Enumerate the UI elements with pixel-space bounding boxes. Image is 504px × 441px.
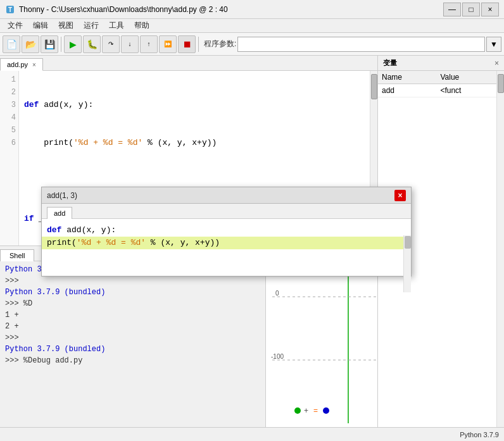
variables-table: Name Value add <funct [378, 71, 496, 97]
col-name: Name [378, 71, 436, 84]
step-out-button[interactable]: ↑ [140, 35, 158, 53]
editor-tab-addpy[interactable]: add.py × [0, 58, 43, 71]
svg-text:T: T [8, 6, 12, 13]
shell-line-2: >>> [5, 275, 260, 287]
tab-label: add.py [7, 61, 28, 68]
step-into-button[interactable]: ↓ [121, 35, 139, 53]
code-line-2: print('%d + %d = %d' % (x, y, x+y)) [24, 137, 365, 149]
code-line-3 [24, 175, 365, 187]
scrollbar-thumb[interactable] [371, 74, 377, 99]
svg-text:+: + [304, 406, 308, 415]
vars-close-icon[interactable]: × [495, 59, 499, 68]
close-button[interactable]: × [481, 3, 499, 16]
tab-close-icon[interactable]: × [32, 61, 36, 68]
modal-scrollbar[interactable] [403, 235, 411, 292]
vars-scrollbar[interactable] [496, 71, 504, 428]
step-over-button[interactable]: ↷ [102, 35, 120, 53]
window-title: Thonny - C:\Users\cxhuan\Downloads\thonn… [19, 5, 228, 14]
code-line-1: def add(x, y): [24, 99, 365, 111]
shell-line-4: >>> %D [5, 298, 260, 309]
vars-title: 变量 [383, 58, 397, 68]
stop-button[interactable]: ⏹ [178, 35, 196, 53]
maximize-button[interactable]: □ [462, 3, 480, 16]
line-numbers: 1 2 3 4 5 6 [0, 71, 19, 245]
python-version: Python 3.7.9 [460, 431, 499, 438]
statusbar: Python 3.7.9 [0, 427, 504, 441]
shell-line-7: >>> [5, 332, 260, 344]
shell-tab[interactable]: Shell [0, 249, 34, 261]
resume-button[interactable]: ⏩ [159, 35, 177, 53]
svg-text:-100: -100 [271, 353, 284, 360]
modal-code-line1: def add(x, y): [47, 224, 398, 237]
save-button[interactable]: 💾 [41, 35, 58, 53]
editor-tab-bar: add.py × [0, 56, 377, 71]
new-button[interactable]: 📄 [3, 35, 20, 53]
debug-button[interactable]: 🐛 [83, 35, 101, 53]
menu-file[interactable]: 文件 [3, 19, 28, 32]
var-name-add: add [378, 84, 436, 97]
modal-tab-bar: add [42, 204, 411, 219]
modal-code-area: def add(x, y): print('%d + %d = %d' % (x… [42, 219, 403, 276]
shell-content[interactable]: Python 3.7.9 (bundled) >>> Python 3.7.9 … [0, 261, 265, 428]
menu-edit[interactable]: 编辑 [28, 19, 53, 32]
var-value-add: <funct [436, 84, 496, 97]
vars-tab-bar: 变量 × [378, 56, 504, 71]
svg-text:=: = [313, 406, 318, 415]
modal-tab-add[interactable]: add [47, 207, 72, 219]
toolbar-separator [61, 37, 61, 52]
toolbar: 📄 📂 💾 ▶ 🐛 ↷ ↓ ↑ ⏩ ⏹ 程序参数: ▼ [0, 33, 504, 56]
var-row-add: add <funct [378, 84, 496, 97]
modal-code-line2: print('%d + %d = %d' % (x, y, x+y)) [47, 237, 398, 249]
program-args-label: 程序参数: [204, 39, 236, 49]
menu-help[interactable]: 帮助 [129, 19, 154, 32]
program-args-input[interactable] [237, 37, 485, 52]
menu-tools[interactable]: 工具 [104, 19, 129, 32]
svg-text:0: 0 [275, 290, 279, 297]
open-button[interactable]: 📂 [22, 35, 39, 53]
menubar: 文件 编辑 视图 运行 工具 帮助 [0, 19, 504, 33]
toolbar-separator2 [198, 37, 199, 52]
vars-scrollbar-thumb[interactable] [498, 74, 504, 93]
svg-point-10 [323, 407, 329, 414]
modal-titlebar: add(1, 3) × [42, 187, 411, 204]
shell-tab-label: Shell [9, 252, 25, 259]
run-button[interactable]: ▶ [64, 35, 82, 53]
shell-line-5: 1 + [5, 309, 260, 321]
minimize-button[interactable]: — [443, 3, 461, 16]
col-value: Value [436, 71, 496, 84]
debug-popup: add(1, 3) × add def add(x, y): print('%d… [41, 187, 412, 276]
shell-line-3: Python 3.7.9 (bundled) [5, 287, 260, 298]
program-args-dropdown[interactable]: ▼ [486, 37, 501, 52]
menu-view[interactable]: 视图 [53, 19, 79, 32]
modal-close-button[interactable]: × [394, 190, 406, 201]
shell-line-10: >>> %Debug add.py [5, 355, 260, 366]
modal-title: add(1, 3) [47, 191, 77, 200]
modal-scrollbar-thumb[interactable] [405, 236, 411, 249]
shell-line-6: 2 + [5, 321, 260, 332]
thonny-icon: T [5, 4, 15, 15]
menu-run[interactable]: 运行 [79, 19, 104, 32]
svg-point-7 [294, 407, 301, 414]
modal-tab-label: add [54, 209, 65, 217]
titlebar: T Thonny - C:\Users\cxhuan\Downloads\tho… [0, 0, 504, 19]
shell-line-9: Python 3.7.9 (bundled) [5, 344, 260, 355]
